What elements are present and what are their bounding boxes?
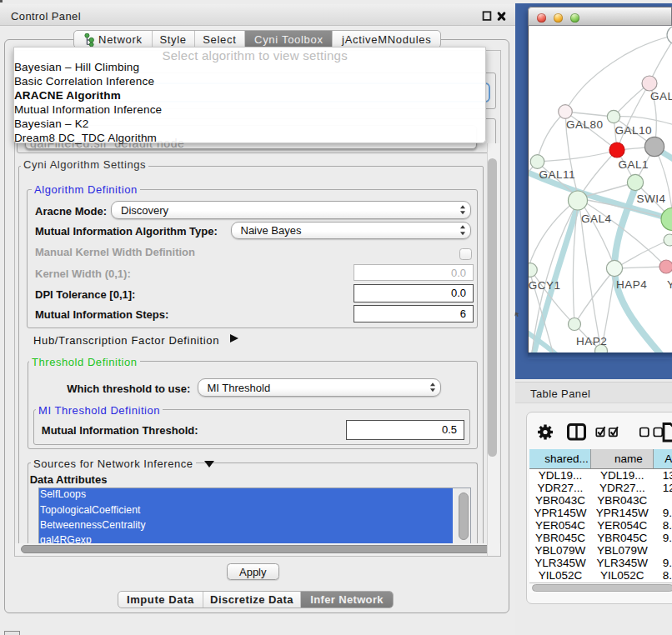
svg-text:GAL80: GAL80 bbox=[566, 118, 604, 131]
svg-text:GAL1: GAL1 bbox=[619, 158, 649, 171]
svg-text:GAL4: GAL4 bbox=[581, 212, 612, 225]
svg-text:HAP2: HAP2 bbox=[576, 335, 607, 348]
svg-text:SWI4: SWI4 bbox=[637, 192, 666, 205]
svg-text:GAL11: GAL11 bbox=[539, 168, 576, 181]
svg-text:Y: Y bbox=[667, 278, 672, 291]
svg-text:HAP4: HAP4 bbox=[616, 278, 647, 291]
svg-text:GAL10: GAL10 bbox=[615, 124, 653, 137]
svg-text:GAL2: GAL2 bbox=[650, 90, 672, 102]
svg-text:GCY1: GCY1 bbox=[529, 279, 561, 292]
